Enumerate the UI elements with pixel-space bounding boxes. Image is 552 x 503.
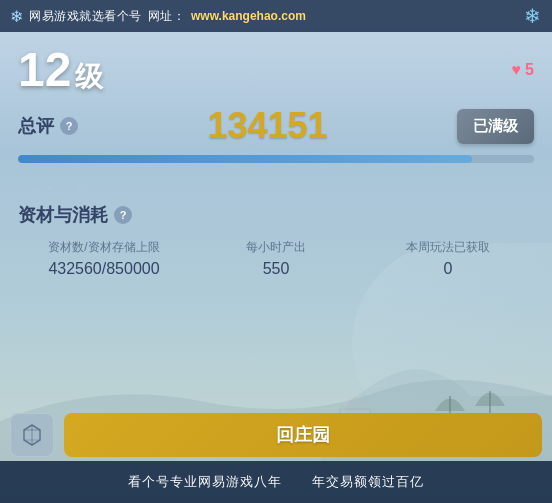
bottom-banner-right-text: 年交易额领过百亿 [312,473,424,491]
action-icon-button[interactable] [10,413,54,457]
level-label: 级 [75,58,103,96]
resources-columns: 资材数/资材存储上限 432560/850000 每小时产出 550 本周玩法已… [18,239,534,278]
progress-bar-fill [18,155,472,163]
resource-value-0: 432560/850000 [18,260,190,278]
top-banner-left: ❄ 网易游戏就选看个号 网址： www.kangehao.com [10,7,306,26]
return-button[interactable]: 回庄园 [64,413,542,457]
return-button-text: 回庄园 [276,423,330,447]
corner-snowflake-icon: ❄ [524,4,541,28]
top-banner-url: www.kangehao.com [191,9,306,23]
progress-section [18,155,534,163]
dot-decoration [18,183,534,193]
top-banner-url-label: 网址： [148,8,186,25]
dot-3 [78,185,82,189]
cube-icon [20,423,44,447]
bottom-action-bar: 回庄园 [0,409,552,461]
top-banner-site-label: 网易游戏就选看个号 [29,8,142,25]
progress-bar-bg [18,155,534,163]
resources-section: 资材与消耗 ? 资材数/资材存储上限 432560/850000 每小时产出 5… [18,203,534,278]
heart-icon: ♥ [512,61,522,79]
score-question-badge[interactable]: ? [60,117,78,135]
level-row: 12 级 ♥ 5 [18,42,534,97]
score-label-text: 总评 [18,114,54,138]
corner-decoration: ❄ [512,0,552,32]
resource-header-0: 资材数/资材存储上限 [18,239,190,260]
score-value: 134151 [207,105,327,147]
top-banner: ❄ 网易游戏就选看个号 网址： www.kangehao.com ❄ [0,0,552,32]
resource-col-1: 每小时产出 550 [190,239,362,278]
resources-question-badge[interactable]: ? [114,206,132,224]
max-level-button[interactable]: 已满级 [457,109,534,144]
dot-2 [33,189,37,193]
resource-header-2: 本周玩法已获取 [362,239,534,260]
score-label-group: 总评 ? [18,114,78,138]
dot-1 [48,186,52,190]
main-content: 12 级 ♥ 5 总评 ? 134151 已满级 资材与消耗 ? [0,32,552,461]
bottom-banner-left-text: 看个号专业网易游戏八年 [128,473,282,491]
snowflake-icon: ❄ [10,7,23,26]
resource-value-2: 0 [362,260,534,278]
level-number: 12 [18,42,71,97]
resource-header-1: 每小时产出 [190,239,362,260]
bottom-banner: 看个号专业网易游戏八年 年交易额领过百亿 [0,461,552,503]
resources-title-text: 资材与消耗 [18,203,108,227]
score-row: 总评 ? 134151 已满级 [18,105,534,147]
hearts-display: ♥ 5 [512,61,534,79]
resource-value-1: 550 [190,260,362,278]
level-display: 12 级 [18,42,103,97]
resources-title: 资材与消耗 ? [18,203,534,227]
hearts-count: 5 [525,61,534,79]
resource-col-0: 资材数/资材存储上限 432560/850000 [18,239,190,278]
resource-col-2: 本周玩法已获取 0 [362,239,534,278]
